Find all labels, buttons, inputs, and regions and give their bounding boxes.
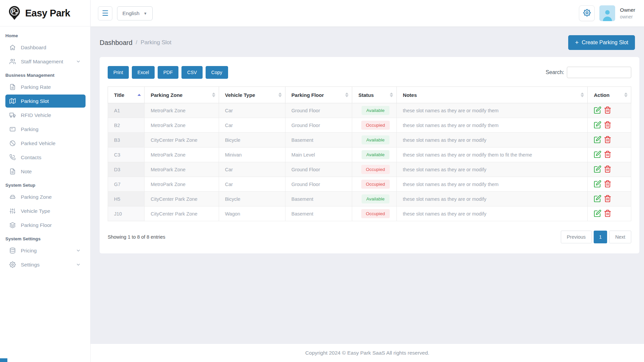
column-header-action[interactable]: Action	[588, 87, 631, 103]
language-dropdown[interactable]: English ▼	[117, 6, 153, 20]
copy-button[interactable]: Copy	[206, 66, 228, 79]
previous-page-button[interactable]: Previous	[561, 231, 592, 243]
status-badge: Available	[362, 150, 389, 159]
sliders-icon	[9, 208, 16, 214]
users-icon	[9, 58, 16, 65]
sidebar-item-parking[interactable]: Parking	[5, 123, 86, 136]
sidebar-item-label: Parked Vehicle	[21, 140, 55, 146]
cell-title: D3	[108, 162, 145, 177]
user-block[interactable]: Owner owner	[620, 7, 635, 20]
edit-button[interactable]	[594, 136, 601, 144]
cell-status: Occupied	[352, 206, 397, 221]
entries-summary: Showing 1 to 8 of 8 entries	[108, 234, 165, 240]
sidebar-item-parking-slot[interactable]: Parking Slot	[5, 95, 86, 108]
sidebar-item-rfid-vehicle[interactable]: RFID Vehicle	[5, 109, 86, 122]
create-parking-slot-button[interactable]: + Create Parking Slot	[568, 35, 635, 50]
cell-vehicle: Wagon	[219, 206, 285, 221]
column-header-title[interactable]: Title	[108, 87, 145, 103]
csv-button[interactable]: CSV	[181, 66, 203, 79]
edit-button[interactable]	[594, 195, 601, 203]
table-row-j10: J10CityCenter Park ZoneWagonBasementOccu…	[108, 206, 631, 221]
content: Dashboard / Parking Slot + Create Parkin…	[91, 26, 644, 344]
cell-status: Occupied	[352, 118, 397, 133]
settings-button[interactable]	[579, 5, 595, 21]
trash-icon	[604, 121, 611, 130]
edit-button[interactable]	[594, 106, 601, 115]
cell-status: Available	[352, 147, 397, 162]
delete-button[interactable]	[604, 106, 611, 115]
brand-pin-icon: P	[7, 5, 22, 21]
sidebar-item-parking-rate[interactable]: Parking Rate	[5, 80, 86, 94]
cell-status: Occupied	[352, 162, 397, 177]
table-row-d3: D3MetroPark ZoneCarGround FloorOccupiedt…	[108, 162, 631, 177]
sidebar-item-parked-vehicle[interactable]: Parked Vehicle	[5, 137, 86, 150]
cell-floor: Ground Floor	[285, 103, 352, 118]
sidebar-item-pricing[interactable]: Pricing	[5, 244, 86, 257]
column-header-status[interactable]: Status	[352, 87, 397, 103]
column-header-vehicle-type[interactable]: Vehicle Type	[219, 87, 285, 103]
sidebar-item-contacts[interactable]: Contacts	[5, 151, 86, 164]
sidebar-item-parking-zone[interactable]: Parking Zone	[5, 190, 86, 203]
excel-button[interactable]: Excel	[132, 66, 155, 79]
edit-button[interactable]	[594, 180, 601, 189]
sidebar-item-label: Contacts	[21, 155, 41, 161]
topbar-right: Owner owner	[579, 5, 635, 21]
edit-button[interactable]	[594, 165, 601, 174]
print-button[interactable]: Print	[108, 66, 129, 79]
brand-logo[interactable]: P Easy Park	[0, 0, 90, 26]
sidebar-item-note[interactable]: Note	[5, 165, 86, 178]
cell-vehicle: Car	[219, 103, 285, 118]
status-badge: Available	[362, 194, 389, 203]
sidebar-item-dashboard[interactable]: Dashboard	[5, 41, 86, 54]
column-header-parking-floor[interactable]: Parking Floor	[285, 87, 352, 103]
nav-section-business-management: Business Management	[5, 73, 90, 78]
delete-button[interactable]	[604, 209, 611, 218]
pdf-button[interactable]: PDF	[158, 66, 178, 79]
trash-icon	[604, 150, 611, 159]
cell-action	[588, 103, 631, 118]
trash-icon	[604, 209, 611, 218]
footer: Copyright 2024 © Easy Park SaaS All righ…	[91, 344, 644, 362]
delete-button[interactable]	[604, 195, 611, 203]
breadcrumb-separator: /	[136, 40, 137, 46]
search-input[interactable]	[567, 67, 631, 78]
hamburger-button[interactable]: ☰	[98, 6, 112, 20]
sidebar-item-label: Settings	[21, 262, 40, 268]
cell-title: H5	[108, 192, 145, 206]
cell-zone: CityCenter Park Zone	[145, 133, 219, 147]
chevron-down-icon	[76, 59, 81, 64]
next-page-button[interactable]: Next	[609, 231, 631, 243]
sidebar-item-staff-management[interactable]: Staff Management	[5, 55, 86, 68]
delete-button[interactable]	[604, 150, 611, 159]
parking-slot-card: PrintExcelPDFCSVCopy Search: TitleParkin…	[100, 57, 639, 253]
cell-zone: MetroPark Zone	[145, 103, 219, 118]
table-row-b3: B3CityCenter Park ZoneBicycleBasementAva…	[108, 133, 631, 147]
delete-button[interactable]	[604, 121, 611, 130]
column-header-parking-zone[interactable]: Parking Zone	[145, 87, 219, 103]
sidebar-item-vehicle-type[interactable]: Vehicle Type	[5, 204, 86, 218]
user-name: Owner	[620, 7, 635, 14]
parking-slot-table: TitleParking ZoneVehicle TypeParking Flo…	[108, 86, 631, 221]
cell-notes: these slot names as they are or modify t…	[397, 177, 588, 192]
sidebar-item-label: Parking Rate	[21, 84, 51, 90]
delete-button[interactable]	[604, 165, 611, 174]
delete-button[interactable]	[604, 136, 611, 144]
home-icon	[9, 44, 16, 51]
table-row-h5: H5CityCenter Park ZoneBicycleBasementAva…	[108, 192, 631, 206]
edit-button[interactable]	[594, 150, 601, 159]
car-icon	[9, 194, 16, 200]
edit-button[interactable]	[594, 121, 601, 130]
user-avatar[interactable]	[599, 5, 615, 21]
trash-icon	[604, 195, 611, 203]
edit-icon	[594, 150, 601, 159]
topbar: ☰ English ▼ Owner owner	[91, 0, 644, 26]
edit-button[interactable]	[594, 209, 601, 218]
sidebar-item-settings[interactable]: Settings	[5, 258, 86, 271]
sidebar-item-parking-floor[interactable]: Parking Floor	[5, 219, 86, 232]
edit-icon	[594, 165, 601, 174]
breadcrumb-dashboard[interactable]: Dashboard	[100, 39, 132, 47]
column-header-notes[interactable]: Notes	[397, 87, 588, 103]
delete-button[interactable]	[604, 180, 611, 189]
status-badge: Available	[362, 135, 389, 144]
page-1-button[interactable]: 1	[594, 231, 607, 243]
